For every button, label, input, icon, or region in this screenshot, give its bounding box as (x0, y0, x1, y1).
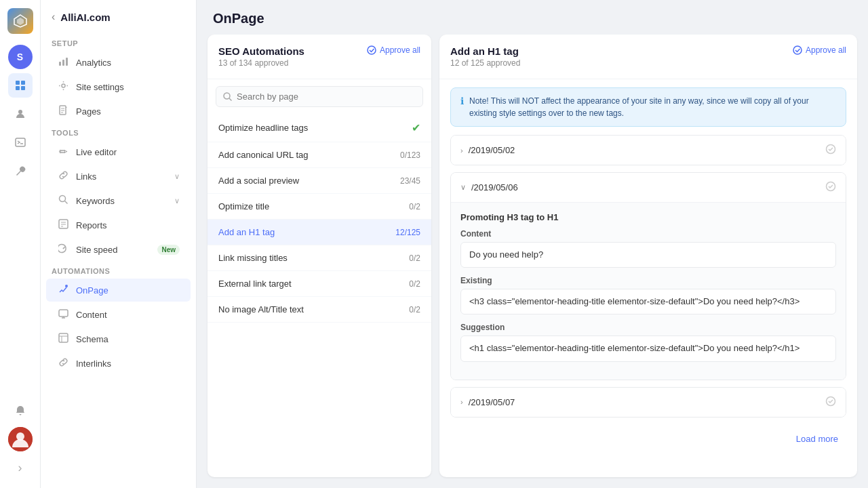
seo-automations-approved: 13 of 134 approved (218, 58, 304, 68)
sidebar-item-onpage[interactable]: OnPage (46, 279, 191, 302)
sidebar-item-content[interactable]: Content (46, 303, 191, 326)
page-group-expanded: ∨ /2019/05/06 Promoting H3 tag to H1 (450, 172, 846, 380)
svg-marker-1 (17, 18, 24, 25)
main-sidebar: ‹ AlliAI.com Setup Analytics Site settin… (41, 0, 197, 488)
suggestion-field-label: Suggestion (460, 323, 836, 332)
icon-sidebar: S (0, 0, 41, 488)
pages-label: Pages (76, 106, 180, 117)
sidebar-item-links[interactable]: Links ∨ (46, 165, 191, 188)
wrench-icon[interactable] (8, 159, 33, 183)
sidebar-item-analytics[interactable]: Analytics (46, 51, 191, 74)
chevron-right-icon-3: › (460, 398, 463, 406)
content-icon (57, 308, 69, 321)
right-approve-all-button[interactable]: Approve all (793, 45, 846, 55)
search-box[interactable] (216, 86, 423, 107)
brand-back[interactable]: ‹ AlliAI.com (41, 11, 196, 34)
svg-point-6 (18, 110, 22, 114)
page-group-header-3[interactable]: › /2019/05/07 (451, 388, 846, 417)
info-icon: ℹ (460, 96, 464, 106)
page-path: /2019/05/02 (469, 145, 820, 155)
grid-icon[interactable] (8, 73, 33, 98)
users-icon[interactable] (8, 102, 33, 126)
svg-point-25 (62, 248, 64, 249)
content-field-value: Do you need help? (460, 242, 836, 268)
setup-section-label: Setup (41, 34, 196, 50)
back-arrow-icon: ‹ (52, 11, 55, 23)
list-item[interactable]: External link target 0/2 (208, 271, 431, 297)
page-group-header-expanded[interactable]: ∨ /2019/05/06 (451, 173, 846, 202)
expand-icon[interactable]: › (8, 455, 33, 480)
list-item[interactable]: Link missing titles 0/2 (208, 245, 431, 271)
content-field-section: Content Do you need help? (460, 229, 836, 268)
sidebar-item-interlinks[interactable]: Interlinks (46, 352, 191, 375)
chevron-right-icon: › (460, 146, 463, 155)
existing-field-label: Existing (460, 276, 836, 285)
svg-rect-28 (59, 333, 68, 342)
sidebar-item-site-settings[interactable]: Site settings (46, 75, 191, 98)
approved-check-icon: ✔ (412, 121, 420, 134)
pages-icon (57, 105, 69, 117)
list-item[interactable]: No image Alt/Title text 0/2 (208, 297, 431, 323)
svg-point-32 (224, 93, 230, 99)
svg-line-33 (229, 98, 232, 101)
new-badge: New (157, 245, 180, 255)
page-group: › /2019/05/02 (450, 135, 846, 165)
page-path-3: /2019/05/07 (469, 397, 820, 407)
interlinks-label: Interlinks (76, 359, 180, 369)
existing-field-value: <h3 class="elementor-heading-title eleme… (460, 289, 836, 314)
sidebar-item-keywords[interactable]: Keywords ∨ (46, 189, 191, 212)
list-item-active[interactable]: Add an H1 tag 12/125 (208, 220, 431, 245)
user-profile-icon[interactable] (8, 427, 33, 451)
user-avatar-icon[interactable]: S (8, 45, 33, 69)
page-check-icon (825, 144, 836, 157)
right-panel-header: Add an H1 tag 12 of 125 approved Approve… (439, 35, 857, 79)
info-banner: ℹ Note! This will NOT affect the appeara… (450, 87, 846, 127)
sidebar-item-live-editor[interactable]: ✏ Live editor (46, 140, 191, 163)
sidebar-item-schema[interactable]: Schema (46, 327, 191, 350)
svg-point-34 (793, 46, 802, 54)
left-panel-header: SEO Automations 13 of 134 approved Appro… (208, 35, 431, 79)
reports-icon (57, 219, 69, 231)
load-more-button[interactable]: Load more (788, 430, 846, 448)
page-group-body: Promoting H3 tag to H1 Content Do you ne… (451, 202, 846, 380)
sidebar-item-site-speed[interactable]: Site speed New (46, 238, 191, 261)
analytics-label: Analytics (76, 58, 180, 68)
page-group-header[interactable]: › /2019/05/02 (451, 136, 846, 165)
sidebar-item-reports[interactable]: Reports (46, 214, 191, 237)
page-check-icon-2 (825, 181, 836, 194)
list-item[interactable]: Add a social preview 23/45 (208, 168, 431, 194)
seo-automations-title: SEO Automations (218, 45, 304, 57)
page-path-expanded: /2019/05/06 (471, 182, 820, 192)
site-speed-label: Site speed (76, 245, 151, 255)
site-settings-label: Site settings (76, 82, 180, 92)
content-area: SEO Automations 13 of 134 approved Appro… (197, 35, 868, 488)
svg-point-19 (59, 196, 65, 202)
brand-name: AlliAI.com (60, 12, 110, 23)
reports-label: Reports (76, 220, 180, 230)
chevron-down-icon: ∨ (460, 183, 466, 192)
sidebar-item-pages[interactable]: Pages (46, 100, 191, 123)
right-panel-approved: 12 of 125 approved (450, 58, 520, 68)
app-logo[interactable] (7, 8, 33, 34)
suggestion-field-value: <h1 class="elementor-heading-title eleme… (460, 336, 836, 361)
terminal-icon[interactable] (8, 130, 33, 155)
links-icon (57, 170, 69, 182)
existing-field-section: Existing <h3 class="elementor-heading-ti… (460, 276, 836, 314)
suggestion-field-section: Suggestion <h1 class="elementor-heading-… (460, 323, 836, 361)
keywords-icon (57, 195, 69, 207)
svg-rect-13 (66, 58, 68, 66)
pages-list: › /2019/05/02 ∨ /2019/05 (439, 135, 857, 477)
search-input[interactable] (237, 92, 416, 102)
bell-icon[interactable] (8, 399, 33, 423)
list-item[interactable]: Optimize title 0/2 (208, 194, 431, 220)
site-speed-icon (57, 243, 69, 256)
list-item[interactable]: Optimize headline tags ✔ (208, 114, 431, 142)
svg-point-31 (368, 46, 376, 54)
list-item[interactable]: Add canonical URL tag 0/123 (208, 142, 431, 168)
svg-rect-12 (62, 60, 64, 66)
svg-rect-3 (21, 81, 25, 85)
left-approve-all-button[interactable]: Approve all (367, 45, 420, 55)
main-content: OnPage SEO Automations 13 of 134 approve… (197, 0, 868, 488)
interlinks-icon (57, 357, 69, 369)
svg-point-14 (62, 84, 65, 87)
